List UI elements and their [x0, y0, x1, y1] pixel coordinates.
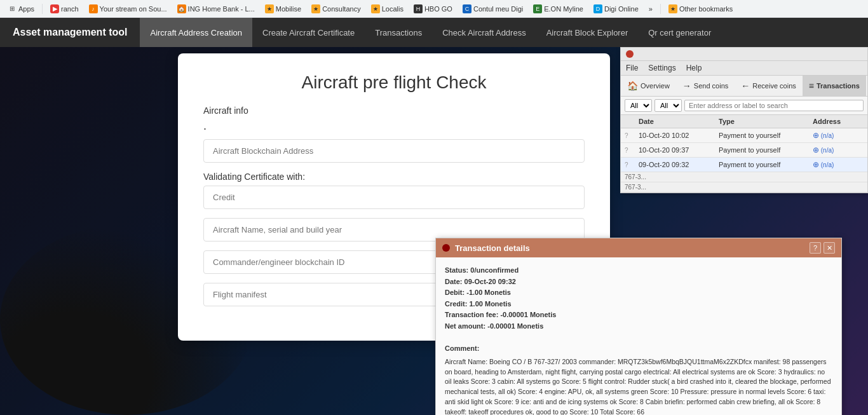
bookmark-hbo-label: HBO GO — [424, 5, 452, 13]
bookmark-other-label: Other bookmarks — [679, 5, 733, 13]
row-1-addr-icon: ⊕ — [813, 131, 819, 140]
row-2-status-icon: ? — [625, 147, 635, 154]
main-nav: Aircraft Address Creation Create Aircraf… — [140, 18, 721, 47]
transaction-details-panel: Transaction details ? ✕ Status: 0/unconf… — [435, 238, 842, 415]
hbo-icon: H — [414, 4, 423, 13]
credit-input[interactable] — [203, 186, 585, 209]
wallet-address-line-1: 767-3... — [621, 172, 867, 182]
bookmark-mobilise-label: Mobilise — [276, 5, 301, 13]
your-stream-icon: ♪ — [89, 4, 98, 13]
more-label: » — [649, 5, 653, 13]
row-1-addr: ⊕ (n/a) — [813, 131, 864, 140]
bookmark-consultancy-label: Consultancy — [322, 5, 361, 13]
tab-qr-cert-generator[interactable]: Qr cert generator — [638, 18, 721, 47]
row-3-type: Payment to yourself — [719, 161, 809, 168]
wallet-nav-receive-coins[interactable]: ← Receive coins — [735, 76, 802, 96]
bookmark-eon[interactable]: E E.ON Myline — [529, 3, 587, 15]
row-2-type: Payment to yourself — [719, 146, 809, 154]
tab-aircraft-block-explorer[interactable]: Aircraft Block Explorer — [536, 18, 639, 47]
app-header: Asset management tool Aircraft Address C… — [0, 18, 868, 47]
blockchain-address-input[interactable] — [203, 139, 585, 163]
tx-close-button[interactable]: ✕ — [824, 242, 835, 254]
bookmark-digi[interactable]: D Digi Online — [590, 3, 642, 15]
wallet-nav-send-coins[interactable]: → Send coins — [676, 76, 735, 96]
contul-icon: C — [463, 4, 471, 13]
col-date: Date — [639, 118, 715, 125]
wallet-nav: 🏠 Overview → Send coins ← Receive coins … — [621, 76, 867, 97]
bookmark-digi-label: Digi Online — [604, 5, 639, 13]
ranch-icon: ▶ — [50, 4, 59, 13]
row-2-addr-icon: ⊕ — [813, 146, 819, 154]
tx-help-button[interactable]: ? — [810, 242, 821, 254]
row-2-addr: ⊕ (n/a) — [813, 146, 864, 154]
bookmark-other[interactable]: ★ Other bookmarks — [665, 3, 736, 15]
wallet-close-dot[interactable] — [626, 50, 634, 58]
receive-coins-icon: ← — [741, 81, 750, 91]
eon-icon: E — [533, 4, 542, 13]
tx-status: Status: 0/unconfirmed — [445, 265, 832, 276]
bookmark-your-stream-label: Your stream on Sou... — [100, 5, 167, 13]
row-3-status-icon: ? — [625, 161, 635, 168]
wallet-menu-settings[interactable]: Settings — [648, 64, 675, 72]
wallet-filters: All All — [621, 97, 867, 115]
apps-icon: ⊞ — [8, 4, 17, 13]
tx-comment-label: Comment: — [445, 343, 832, 355]
bookmarks-bar: ⊞ Apps ▶ ranch ♪ Your stream on Sou... 🏠… — [0, 0, 868, 18]
wallet-menu-help[interactable]: Help — [686, 64, 702, 72]
table-row[interactable]: ? 10-Oct-20 09:37 Payment to yourself ⊕ … — [621, 143, 867, 158]
tx-body: Status: 0/unconfirmed Date: 09-Oct-20 09… — [436, 257, 841, 415]
wallet-header — [621, 48, 867, 61]
tx-header-left: Transaction details — [442, 243, 530, 253]
bookmark-more[interactable]: » — [645, 3, 656, 15]
wallet-search-input[interactable] — [684, 100, 864, 111]
main-content: Aircraft pre flight Check Aircraft info … — [0, 47, 868, 415]
wallet-nav-transactions[interactable]: ≡ Transactions — [803, 76, 866, 96]
bookmark-apps-label: Apps — [18, 5, 34, 13]
bookmark-hbo-go[interactable]: H HBO GO — [410, 3, 456, 15]
wallet-nav-overview[interactable]: 🏠 Overview — [621, 76, 676, 96]
tx-debit: Debit: -1.00 Monetis — [445, 287, 832, 299]
table-row[interactable]: ? 10-Oct-20 10:02 Payment to yourself ⊕ … — [621, 128, 867, 143]
form-dot: . — [203, 119, 585, 133]
bookmark-your-stream[interactable]: ♪ Your stream on Sou... — [85, 3, 171, 15]
mobilise-icon: ★ — [265, 4, 274, 13]
tab-create-aircraft-certificate[interactable]: Create Aircraft Certificate — [252, 18, 365, 47]
row-3-addr-icon: ⊕ — [813, 160, 819, 169]
tab-check-aircraft-address[interactable]: Check Aircraft Address — [432, 18, 536, 47]
ing-icon: 🏠 — [177, 4, 186, 13]
filter-select-1[interactable]: All — [625, 99, 652, 112]
tx-date: Date: 09-Oct-20 09:32 — [445, 276, 832, 288]
wallet-panel: File Settings Help 🏠 Overview → Send coi… — [620, 47, 868, 193]
tab-transactions[interactable]: Transactions — [365, 18, 432, 47]
form-title: Aircraft pre flight Check — [203, 72, 585, 93]
tx-dot — [442, 244, 450, 252]
bookmark-localis[interactable]: ★ Localis — [367, 3, 407, 15]
digi-icon: D — [593, 4, 602, 13]
wallet-nav-overview-label: Overview — [641, 82, 670, 90]
bookmark-contul-label: Contul meu Digi — [473, 5, 523, 13]
wallet-menu-file[interactable]: File — [626, 64, 638, 72]
bookmark-ing-home[interactable]: 🏠 ING Home Bank - L... — [173, 3, 259, 15]
table-row[interactable]: ? 09-Oct-20 09:32 Payment to yourself ⊕ … — [621, 158, 867, 172]
row-1-type: Payment to yourself — [719, 132, 809, 139]
wallet-table-header: Date Type Address — [621, 115, 867, 128]
wallet-address-line-2: 767-3... — [621, 182, 867, 193]
bookmark-apps[interactable]: ⊞ Apps — [4, 3, 38, 15]
bookmark-ranch[interactable]: ▶ ranch — [46, 3, 83, 15]
form-section-label: Aircraft info — [203, 105, 585, 116]
row-3-addr: ⊕ (n/a) — [813, 160, 864, 169]
send-coins-icon: → — [682, 81, 691, 91]
wallet-nav-receive-coins-label: Receive coins — [752, 82, 796, 90]
tx-net: Net amount: -0.00001 Monetis — [445, 321, 832, 332]
bookmark-consultancy[interactable]: ★ Consultancy — [308, 3, 365, 15]
tab-aircraft-address-creation[interactable]: Aircraft Address Creation — [140, 18, 252, 47]
bookmark-mobilise[interactable]: ★ Mobilise — [261, 3, 305, 15]
transactions-icon: ≡ — [809, 81, 814, 91]
bookmark-contul-meu[interactable]: C Contul meu Digi — [459, 3, 527, 15]
app-title: Asset management tool — [0, 27, 140, 38]
overview-icon: 🏠 — [627, 81, 638, 91]
localis-icon: ★ — [371, 4, 380, 13]
separator-1 — [42, 4, 43, 14]
bookmark-ing-label: ING Home Bank - L... — [188, 5, 255, 13]
filter-select-2[interactable]: All — [654, 99, 682, 112]
